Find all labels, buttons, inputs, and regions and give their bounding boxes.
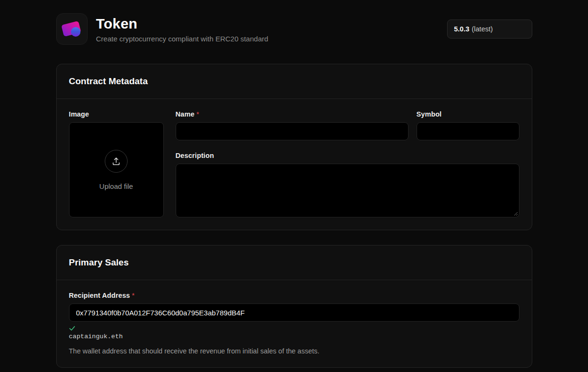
name-input[interactable] bbox=[176, 122, 409, 140]
name-label-text: Name bbox=[176, 110, 195, 118]
ens-resolved-row bbox=[69, 326, 519, 331]
contract-metadata-title: Contract Metadata bbox=[69, 76, 519, 87]
upload-icon bbox=[111, 156, 121, 166]
page-title: Token bbox=[96, 16, 269, 32]
recipient-help-text: The wallet address that should receive t… bbox=[69, 347, 519, 355]
description-textarea[interactable] bbox=[176, 164, 519, 217]
primary-sales-header: Primary Sales bbox=[57, 245, 532, 280]
primary-sales-body: Recipient Address* captainguk.eth The wa… bbox=[57, 280, 532, 367]
version-selector[interactable]: 5.0.3 (latest) bbox=[447, 20, 532, 39]
version-tag: (latest) bbox=[472, 25, 493, 33]
logo-coin-shape bbox=[71, 27, 80, 37]
check-icon bbox=[69, 326, 75, 331]
image-field: Image Upload file bbox=[69, 110, 164, 217]
image-upload-dropzone[interactable]: Upload file bbox=[69, 122, 164, 217]
contract-metadata-header: Contract Metadata bbox=[57, 64, 532, 99]
description-label: Description bbox=[176, 152, 519, 159]
recipient-required-asterisk: * bbox=[132, 292, 135, 299]
version-value: 5.0.3 bbox=[454, 25, 469, 33]
chevron-down-icon bbox=[514, 27, 525, 31]
primary-sales-card: Primary Sales Recipient Address* captain… bbox=[56, 245, 532, 368]
upload-icon-circle bbox=[105, 150, 128, 173]
name-label: Name* bbox=[176, 110, 409, 118]
contract-metadata-body: Image Upload file bbox=[57, 99, 532, 230]
title-block: Token Create cryptocurrency compliant wi… bbox=[96, 16, 269, 43]
recipient-address-label: Recipient Address* bbox=[69, 292, 519, 299]
metadata-fields-column: Name* Symbol Description bbox=[176, 110, 519, 217]
symbol-label: Symbol bbox=[417, 110, 519, 118]
contract-metadata-card: Contract Metadata Image Upload fil bbox=[56, 64, 532, 230]
name-field: Name* bbox=[176, 110, 409, 140]
page-header: Token Create cryptocurrency compliant wi… bbox=[56, 13, 532, 45]
page-container: Token Create cryptocurrency compliant wi… bbox=[56, 0, 532, 368]
symbol-field: Symbol bbox=[417, 110, 519, 140]
image-label: Image bbox=[69, 110, 164, 118]
symbol-input[interactable] bbox=[417, 122, 519, 140]
page-subtitle: Create cryptocurrency compliant with ERC… bbox=[96, 35, 269, 43]
name-required-asterisk: * bbox=[196, 110, 199, 118]
recipient-address-input[interactable] bbox=[69, 303, 519, 322]
primary-sales-title: Primary Sales bbox=[69, 257, 519, 268]
description-field: Description bbox=[176, 152, 519, 217]
token-contract-logo bbox=[56, 13, 88, 45]
recipient-address-label-text: Recipient Address bbox=[69, 292, 130, 299]
upload-file-label: Upload file bbox=[100, 182, 133, 190]
ens-name: captainguk.eth bbox=[69, 333, 519, 340]
